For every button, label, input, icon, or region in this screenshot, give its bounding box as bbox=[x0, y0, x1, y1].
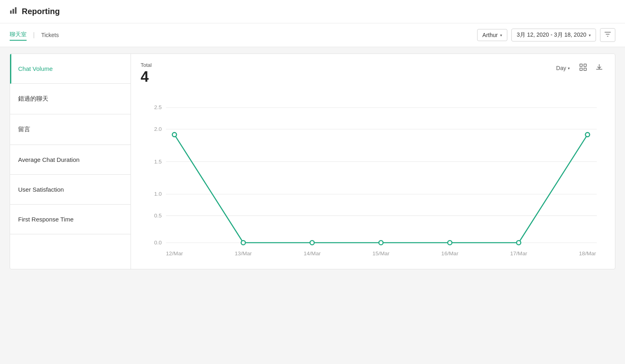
sidebar-item-label: Average Chat Duration bbox=[18, 156, 79, 163]
svg-text:15/Mar: 15/Mar bbox=[372, 250, 390, 256]
grid-view-button[interactable] bbox=[577, 62, 589, 74]
svg-rect-5 bbox=[580, 68, 582, 70]
chart-area: Total 4 Day ▾ bbox=[131, 54, 615, 269]
tab-tickets[interactable]: Tickets bbox=[41, 30, 59, 40]
chevron-down-icon: ▾ bbox=[500, 33, 502, 37]
chart-view-controls: Day ▾ bbox=[553, 62, 605, 74]
sidebar-item-label: 留言 bbox=[18, 126, 30, 132]
svg-point-30 bbox=[448, 240, 452, 244]
svg-text:14/Mar: 14/Mar bbox=[303, 250, 321, 256]
nav-separator: | bbox=[33, 31, 35, 39]
sidebar-item-label: User Satisfaction bbox=[18, 186, 64, 193]
toolbar-nav: 聊天室 | Tickets bbox=[10, 29, 59, 41]
chevron-down-icon: ▾ bbox=[589, 33, 591, 37]
sidebar-item-label: Chat Volume bbox=[18, 65, 53, 72]
chart-summary: Total 4 bbox=[141, 62, 152, 85]
tab-chat[interactable]: 聊天室 bbox=[10, 29, 27, 41]
content-card: Chat Volume 錯過的聊天 留言 Average Chat Durati… bbox=[10, 54, 615, 269]
toolbar: 聊天室 | Tickets Arthur ▾ 3月 12, 2020 - 3月 … bbox=[0, 23, 625, 47]
svg-text:2.5: 2.5 bbox=[154, 104, 162, 110]
svg-text:1.0: 1.0 bbox=[154, 191, 162, 197]
svg-rect-2 bbox=[15, 7, 17, 14]
svg-text:1.5: 1.5 bbox=[154, 158, 162, 164]
sidebar-list: Chat Volume 錯過的聊天 留言 Average Chat Durati… bbox=[10, 54, 131, 269]
line-chart: 2.5 2.0 1.5 1.0 0.5 0.0 12/Mar 13/Mar 14… bbox=[141, 91, 605, 260]
sidebar-item-user-satisfaction[interactable]: User Satisfaction bbox=[10, 175, 131, 205]
bar-chart-icon bbox=[10, 6, 18, 17]
svg-point-31 bbox=[517, 240, 521, 244]
svg-point-27 bbox=[241, 240, 245, 244]
chart-total-value: 4 bbox=[141, 69, 152, 85]
svg-text:17/Mar: 17/Mar bbox=[510, 250, 527, 256]
svg-point-32 bbox=[586, 132, 590, 136]
agent-label: Arthur bbox=[482, 32, 498, 38]
svg-rect-0 bbox=[10, 10, 12, 14]
svg-point-28 bbox=[310, 240, 314, 244]
sidebar-item-avg-chat-duration[interactable]: Average Chat Duration bbox=[10, 145, 131, 175]
toolbar-controls: Arthur ▾ 3月 12, 2020 - 3月 18, 2020 ▾ bbox=[477, 28, 615, 42]
svg-text:16/Mar: 16/Mar bbox=[441, 250, 459, 256]
sidebar-item-label: 錯過的聊天 bbox=[18, 95, 48, 102]
svg-rect-4 bbox=[584, 64, 586, 66]
page-title: Reporting bbox=[22, 7, 60, 16]
chevron-down-icon: ▾ bbox=[568, 66, 570, 70]
sidebar-item-label: First Response Time bbox=[18, 216, 74, 223]
svg-rect-6 bbox=[584, 68, 586, 70]
date-range-dropdown[interactable]: 3月 12, 2020 - 3月 18, 2020 ▾ bbox=[511, 29, 596, 41]
svg-text:0.0: 0.0 bbox=[154, 239, 162, 245]
svg-text:0.5: 0.5 bbox=[154, 212, 162, 218]
svg-point-29 bbox=[379, 240, 383, 244]
sidebar-item-first-response-time[interactable]: First Response Time bbox=[10, 205, 131, 234]
chart-total-label: Total bbox=[141, 62, 152, 68]
page-header: Reporting bbox=[0, 0, 625, 23]
svg-rect-3 bbox=[580, 64, 582, 66]
svg-rect-1 bbox=[12, 9, 14, 14]
svg-text:18/Mar: 18/Mar bbox=[579, 250, 596, 256]
svg-text:2.0: 2.0 bbox=[154, 126, 162, 132]
svg-text:12/Mar: 12/Mar bbox=[166, 250, 183, 256]
filter-button[interactable] bbox=[600, 28, 615, 42]
sidebar-item-comments[interactable]: 留言 bbox=[10, 114, 131, 145]
main-content: Chat Volume 錯過的聊天 留言 Average Chat Durati… bbox=[0, 47, 625, 364]
date-range-label: 3月 12, 2020 - 3月 18, 2020 bbox=[517, 31, 586, 39]
sidebar-item-chat-volume[interactable]: Chat Volume bbox=[10, 54, 131, 84]
svg-text:13/Mar: 13/Mar bbox=[235, 250, 252, 256]
day-label: Day bbox=[556, 65, 566, 71]
agent-dropdown[interactable]: Arthur ▾ bbox=[477, 29, 507, 41]
sidebar-item-missed-chats[interactable]: 錯過的聊天 bbox=[10, 84, 131, 114]
chart-top: Total 4 Day ▾ bbox=[141, 62, 605, 85]
svg-point-26 bbox=[172, 132, 176, 136]
download-button[interactable] bbox=[593, 62, 605, 74]
day-dropdown[interactable]: Day ▾ bbox=[553, 63, 573, 73]
